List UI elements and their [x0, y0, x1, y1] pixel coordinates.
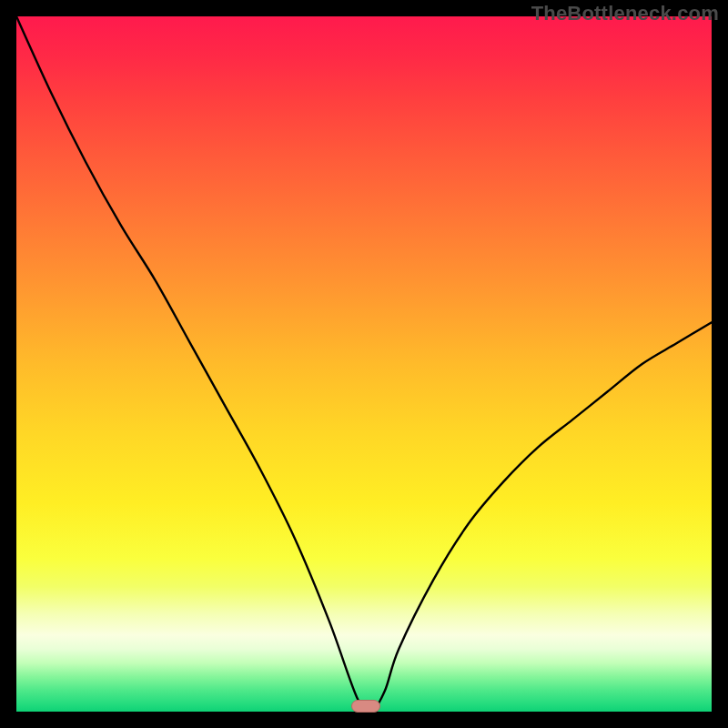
plot-area — [16, 16, 712, 712]
bottleneck-curve — [16, 16, 712, 712]
watermark-text: TheBottleneck.com — [531, 2, 719, 25]
optimal-marker — [351, 700, 380, 713]
chart-frame: TheBottleneck.com — [0, 0, 728, 728]
